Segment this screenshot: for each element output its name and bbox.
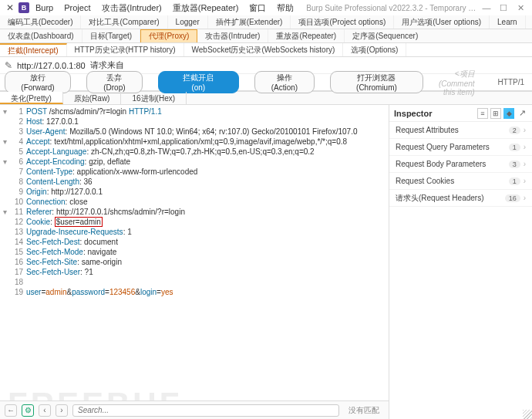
tab-user-options[interactable]: 用户选项(User options)	[394, 15, 490, 29]
forward-button[interactable]: 放行(Forward)	[5, 71, 71, 93]
minimize-icon[interactable]: —	[481, 2, 492, 13]
main-area: ▾▾▾▾ 12345678910111213141516171819 POST …	[0, 105, 532, 419]
view-raw[interactable]: 原始(Raw)	[63, 92, 122, 104]
tab-autorize[interactable]: Autoriz	[526, 15, 532, 29]
count-badge: 16	[505, 194, 520, 202]
edit-icon[interactable]: ✎	[5, 60, 12, 71]
window-title: Burp Suite Professional v2022.3.2 - Temp…	[306, 4, 480, 12]
fold-gutter[interactable]: ▾▾▾▾	[0, 105, 9, 297]
inspector-header: Inspector ≡ ⊞ ◆ ↗	[389, 105, 532, 122]
view-grid-icon[interactable]: ⊞	[490, 108, 501, 119]
request-url-label: 请求来自	[90, 59, 124, 71]
tab-extender[interactable]: 插件扩展(Extender)	[208, 15, 291, 29]
chevron-right-icon: ›	[524, 177, 526, 185]
chevron-right-icon[interactable]: ›	[56, 404, 68, 417]
search-input[interactable]	[72, 404, 339, 417]
chevron-right-icon: ›	[524, 160, 526, 168]
tab-decoder[interactable]: 编码工具(Decoder)	[0, 15, 81, 29]
expand-icon[interactable]: ↗	[517, 108, 527, 119]
menu-project[interactable]: Project	[59, 2, 95, 14]
http-version-label: HTTP/1	[498, 78, 527, 86]
count-badge: 1	[509, 177, 520, 185]
tab-learn[interactable]: Learn	[490, 15, 526, 29]
tool-tabs-row2: 仪表盘(Dashboard) 目标(Target) 代理(Proxy) 攻击器(…	[0, 29, 532, 43]
inspector-row[interactable]: Request Cookies1›	[389, 173, 532, 190]
search-nav-icon[interactable]: ←	[5, 404, 17, 417]
inspector-row-label: 请求头(Request Headers)	[396, 193, 483, 204]
inspector-row[interactable]: Request Attributes2›	[389, 122, 532, 139]
inspector-row[interactable]: 请求头(Request Headers)16›	[389, 190, 532, 207]
inspector-title: Inspector	[394, 109, 473, 118]
count-badge: 1	[509, 144, 520, 151]
editor-search-bar: ← ⚙ ‹ › 没有匹配	[0, 400, 389, 419]
tab-logger[interactable]: Logger	[168, 15, 208, 29]
menu-window[interactable]: 窗口	[244, 1, 271, 15]
menu-repeater[interactable]: 重放器(Repeater)	[168, 1, 244, 15]
inspector-row-label: Request Attributes	[396, 126, 459, 134]
chevron-right-icon: ›	[524, 194, 526, 202]
chevron-right-icon: ›	[524, 143, 526, 151]
inspector-row-label: Request Body Parameters	[396, 160, 486, 168]
search-status: 没有匹配	[344, 405, 384, 416]
inspector-panel: Inspector ≡ ⊞ ◆ ↗ Request Attributes2›Re…	[389, 105, 532, 419]
tab-repeater[interactable]: 重放器(Repeater)	[268, 29, 345, 42]
tab-dashboard[interactable]: 仪表盘(Dashboard)	[0, 29, 82, 42]
proxy-subtabs: 拦截(Intercept) HTTP历史记录(HTTP history) Web…	[0, 43, 532, 57]
tab-project-options[interactable]: 项目选项(Project options)	[291, 15, 394, 29]
subtab-intercept[interactable]: 拦截(Intercept)	[0, 43, 67, 56]
resize-handle-icon[interactable]	[523, 410, 532, 419]
inspector-row[interactable]: Request Body Parameters3›	[389, 156, 532, 173]
tool-tabs-row1: 编码工具(Decoder) 对比工具(Comparer) Logger 插件扩展…	[0, 15, 532, 29]
drop-button[interactable]: 丢弃(Drop)	[86, 71, 143, 93]
comment-field[interactable]: <项目(Comment this item)	[439, 69, 483, 96]
tab-proxy[interactable]: 代理(Proxy)	[140, 29, 197, 42]
count-badge: 3	[509, 161, 520, 168]
maximize-icon[interactable]: ☐	[498, 2, 509, 13]
intercept-toggle-button[interactable]: 拦截开启(on)	[158, 71, 239, 93]
open-browser-button[interactable]: 打开浏览器(Chromium)	[330, 71, 423, 93]
action-button[interactable]: 操作(Action)	[254, 71, 315, 93]
intercept-toolbar: 放行(Forward) 丢弃(Drop) 拦截开启(on) 操作(Action)…	[0, 74, 532, 91]
subtab-options[interactable]: 选项(Options)	[343, 43, 406, 56]
inspector-row-label: Request Query Parameters	[396, 143, 490, 151]
inspector-row-label: Request Cookies	[396, 177, 454, 185]
menu-burp[interactable]: Burp	[31, 2, 58, 14]
subtab-http-history[interactable]: HTTP历史记录(HTTP history)	[67, 43, 184, 56]
subtab-ws-history[interactable]: WebSocket历史记录(WebSockets history)	[184, 43, 344, 56]
request-code[interactable]: POST /shcms/admin/?r=login HTTP/1.1Host:…	[26, 105, 389, 297]
view-list-icon[interactable]: ≡	[477, 108, 488, 119]
chevron-right-icon: ›	[524, 126, 526, 134]
count-badge: 2	[509, 127, 520, 134]
menu-help[interactable]: 帮助	[272, 1, 298, 15]
close-tab-icon[interactable]: ✕	[3, 2, 17, 13]
inspector-row[interactable]: Request Query Parameters1›	[389, 139, 532, 156]
title-bar: ✕ B Burp Project 攻击器(Intruder) 重放器(Repea…	[0, 0, 532, 15]
view-pretty[interactable]: 美化(Pretty)	[0, 92, 63, 104]
view-hex[interactable]: 16进制(Hex)	[121, 92, 187, 104]
chevron-left-icon[interactable]: ‹	[39, 404, 51, 417]
tab-intruder[interactable]: 攻击器(Intruder)	[197, 29, 268, 42]
menu-intruder[interactable]: 攻击器(Intruder)	[97, 1, 167, 15]
search-settings-icon[interactable]: ⚙	[22, 404, 34, 417]
close-window-icon[interactable]: ✕	[515, 2, 526, 13]
cube-icon[interactable]: ◆	[503, 108, 514, 119]
burp-logo-icon: B	[19, 2, 29, 13]
tab-comparer[interactable]: 对比工具(Comparer)	[81, 15, 167, 29]
tab-target[interactable]: 目标(Target)	[82, 29, 140, 42]
request-url: http://127.0.0.1:80	[17, 61, 86, 70]
tab-sequencer[interactable]: 定序器(Sequencer)	[345, 29, 426, 42]
request-editor[interactable]: ▾▾▾▾ 12345678910111213141516171819 POST …	[0, 105, 389, 419]
line-number-gutter: 12345678910111213141516171819	[9, 105, 23, 297]
